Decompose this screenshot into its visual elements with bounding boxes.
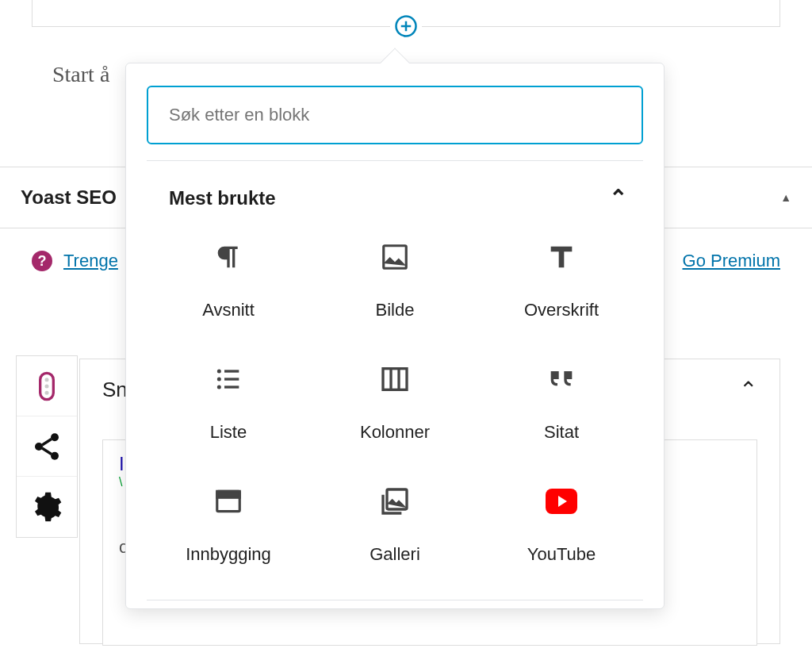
svg-point-15 (217, 386, 221, 389)
block-image[interactable]: Bilde (312, 241, 478, 320)
gear-icon (31, 491, 63, 523)
yoast-tab-social[interactable] (17, 416, 77, 477)
svg-rect-17 (383, 369, 407, 390)
block-section-title: Mest brukte (169, 187, 276, 209)
gallery-icon (379, 485, 411, 517)
block-quote[interactable]: Sitat (478, 363, 645, 443)
block-label: YouTube (527, 544, 596, 565)
block-paragraph[interactable]: Avsnitt (145, 241, 312, 320)
yoast-collapse-caret: ▲ (780, 191, 791, 204)
block-label: Avsnitt (202, 300, 255, 320)
svg-point-11 (217, 370, 221, 374)
block-label: Galleri (370, 544, 420, 565)
block-gallery[interactable]: Galleri (312, 485, 478, 565)
block-list[interactable]: Liste (145, 363, 312, 443)
yoast-snippet-title: Sn (102, 378, 128, 402)
yoast-tab-settings[interactable] (17, 477, 77, 537)
block-label: Kolonner (360, 422, 430, 443)
chevron-up-icon[interactable]: ⌃ (739, 377, 757, 403)
block-columns[interactable]: Kolonner (312, 363, 478, 443)
paragraph-icon (213, 241, 244, 273)
divider (147, 600, 643, 600)
block-youtube[interactable]: YouTube (478, 485, 645, 565)
quote-icon (546, 363, 577, 395)
block-label: Sitat (544, 422, 579, 443)
svg-point-4 (45, 378, 49, 382)
block-embed[interactable]: Innbygging (145, 485, 312, 565)
block-grid: Avsnitt Bilde Overskrift (126, 235, 664, 600)
traffic-light-icon (31, 370, 63, 402)
youtube-icon (546, 485, 577, 517)
block-label: Overskrift (524, 300, 599, 320)
yoast-tab-readability[interactable] (17, 356, 77, 416)
chevron-up-icon: ⌃ (609, 185, 627, 211)
image-icon (379, 241, 411, 273)
block-heading[interactable]: Overskrift (478, 241, 645, 320)
svg-rect-16 (224, 386, 239, 388)
list-icon (213, 363, 244, 395)
block-inserter-popover: Mest brukte ⌃ Avsnitt Bilde (125, 63, 665, 609)
svg-rect-12 (224, 370, 239, 372)
share-icon (31, 431, 63, 462)
help-icon: ? (32, 251, 52, 271)
svg-rect-14 (224, 378, 239, 380)
plus-circle-icon (394, 14, 418, 38)
embed-icon (213, 485, 244, 517)
svg-point-5 (45, 384, 49, 388)
yoast-help-area: ? Trenge (32, 251, 118, 271)
block-label: Liste (210, 422, 247, 443)
block-label: Bilde (376, 300, 415, 320)
heading-icon (546, 241, 577, 273)
svg-rect-21 (217, 491, 240, 497)
yoast-vertical-tabs (16, 355, 78, 538)
block-search-input[interactable] (147, 86, 643, 144)
block-label: Innbygging (186, 544, 271, 565)
yoast-help-link[interactable]: Trenge (63, 251, 118, 271)
svg-point-6 (45, 390, 49, 394)
add-block-button[interactable] (390, 10, 422, 42)
yoast-go-premium-link[interactable]: Go Premium (683, 251, 780, 271)
columns-icon (379, 363, 411, 395)
yoast-panel-title: Yoast SEO (21, 186, 117, 209)
svg-point-13 (217, 378, 221, 382)
block-section-header[interactable]: Mest brukte ⌃ (126, 161, 664, 235)
editor-content-box (32, 0, 780, 27)
